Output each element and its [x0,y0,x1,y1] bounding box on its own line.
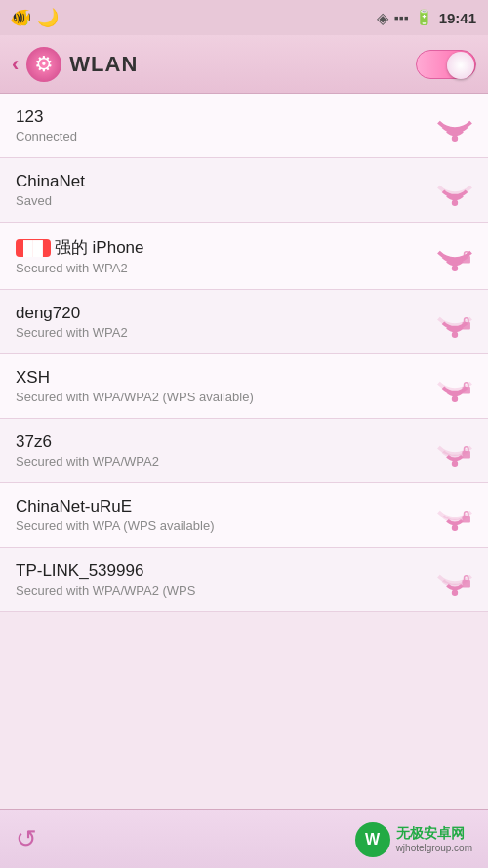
svg-point-8 [452,460,458,466]
network-item-net-2[interactable]: ChinaNetSaved [0,158,488,223]
network-status-net-4: Secured with WPA2 [16,325,437,340]
status-time: 19:41 [439,10,476,26]
network-status-net-5: Secured with WPA/WPA2 (WPS available) [16,390,437,404]
network-status-net-3: Secured with WPA2 [16,261,437,275]
network-name-net-3: ██强的 iPhone [16,236,437,259]
status-bar: 🐠 🌙 ◈ ▪▪▪ 🔋 19:41 [0,0,488,35]
wlan-toggle[interactable] [416,50,476,79]
decoration-icon-2: 🌙 [37,7,59,28]
network-item-net-3[interactable]: ██强的 iPhoneSecured with WPA2 [0,223,488,290]
page-title: WLAN [69,52,138,77]
network-info-net-8: TP-LINK_539996Secured with WPA/WPA2 (WPS [16,561,437,598]
battery-icon: 🔋 [415,9,433,26]
network-item-net-7[interactable]: ChinaNet-uRuESecured with WPA (WPS avail… [0,483,488,548]
wifi-signal-icon-net-8 [437,562,472,598]
network-status-net-2: Saved [16,193,437,208]
wifi-signal-icon-net-3 [437,238,472,273]
network-info-net-7: ChinaNet-uRuESecured with WPA (WPS avail… [16,497,437,533]
network-info-net-2: ChinaNetSaved [16,172,437,208]
signal-icon: ▪▪▪ [394,10,409,25]
network-item-net-6[interactable]: 37z6Secured with WPA/WPA2 [0,419,488,483]
logo-circle: W [355,822,390,857]
status-bar-left-icons: 🐠 🌙 [10,7,59,28]
svg-rect-3 [462,256,470,263]
network-status-net-7: Secured with WPA (WPS available) [16,518,437,533]
network-info-net-4: deng720Secured with WPA2 [16,304,437,340]
svg-rect-11 [462,516,470,522]
wifi-signal-icon-net-6 [437,434,472,469]
header-left: ‹ WLAN [12,47,138,82]
svg-point-2 [452,266,458,271]
network-item-net-8[interactable]: TP-LINK_539996Secured with WPA/WPA2 (WPS [0,548,488,612]
network-item-net-1[interactable]: 123Connected [0,94,488,158]
network-info-net-3: ██强的 iPhoneSecured with WPA2 [16,236,437,275]
network-name-net-7: ChinaNet-uRuE [16,497,437,517]
network-name-net-1: 123 [16,107,437,127]
svg-point-0 [452,135,458,141]
network-name-net-6: 37z6 [16,433,437,452]
svg-point-6 [452,395,458,401]
network-name-net-4: deng720 [16,304,437,323]
network-status-net-8: Secured with WPA/WPA2 (WPS [16,583,437,598]
decoration-icon-1: 🐠 [10,7,31,28]
compass-icon: ◈ [377,9,388,27]
svg-point-12 [452,589,458,595]
svg-point-10 [452,524,458,530]
network-list: 123ConnectedChinaNetSaved██强的 iPhoneSecu… [0,94,488,612]
network-name-net-5: XSH [16,368,437,388]
network-info-net-6: 37z6Secured with WPA/WPA2 [16,433,437,469]
logo-initial: W [365,831,380,848]
redacted-badge: ██ [16,239,51,257]
bottom-bar: ↺ W 无极安卓网 wjhotelgroup.com [0,809,488,868]
network-name-net-8: TP-LINK_539996 [16,561,437,581]
svg-rect-5 [462,322,470,329]
network-status-net-6: Secured with WPA/WPA2 [16,454,437,469]
settings-gear-icon [26,47,61,82]
wifi-signal-icon-net-4 [437,305,472,340]
refresh-icon[interactable]: ↺ [16,824,37,854]
header: ‹ WLAN [0,35,488,94]
status-bar-right: ◈ ▪▪▪ 🔋 19:41 [377,9,476,27]
svg-rect-9 [462,451,470,458]
wifi-signal-icon-net-7 [437,498,472,533]
network-info-net-5: XSHSecured with WPA/WPA2 (WPS available) [16,368,437,404]
svg-point-1 [452,199,458,205]
network-info-net-1: 123Connected [16,107,437,144]
logo-main-text: 无极安卓网 [396,825,472,843]
svg-rect-13 [462,580,470,587]
wifi-signal-icon-net-1 [437,108,472,144]
toggle-knob [447,52,474,79]
network-item-net-5[interactable]: XSHSecured with WPA/WPA2 (WPS available) [0,354,488,419]
bottom-logo: W 无极安卓网 wjhotelgroup.com [355,822,472,857]
network-name-net-2: ChinaNet [16,172,437,191]
wifi-signal-icon-net-5 [437,369,472,404]
svg-point-4 [452,331,458,337]
logo-sub-text: wjhotelgroup.com [396,843,472,853]
back-button[interactable]: ‹ [12,52,19,77]
wifi-signal-icon-net-2 [437,173,472,208]
svg-rect-7 [462,387,470,393]
network-status-net-1: Connected [16,129,437,144]
network-item-net-4[interactable]: deng720Secured with WPA2 [0,290,488,354]
logo-text-block: 无极安卓网 wjhotelgroup.com [396,825,472,853]
